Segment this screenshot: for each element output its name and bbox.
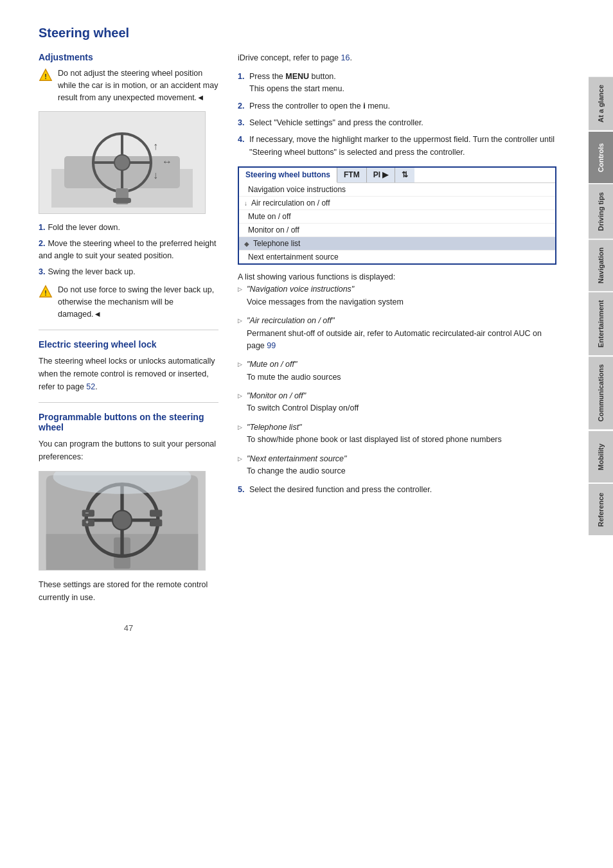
menu-item-telephone[interactable]: ◆ Telephone list xyxy=(239,237,555,251)
svg-text:↑: ↑ xyxy=(153,141,158,152)
steering-image-1: ↑ ↓ ↔ xyxy=(39,111,206,214)
divider-1 xyxy=(39,330,218,330)
func-next-entertainment: "Next entertainment source" To change th… xyxy=(238,453,556,478)
right-step-4: 4. If necessary, move the highlight mark… xyxy=(238,134,556,159)
right-step-2: 2. Press the controller to open the i me… xyxy=(238,100,556,112)
warning-text-1: Do not adjust the steering wheel positio… xyxy=(58,67,218,103)
electric-lock-ref[interactable]: 52 xyxy=(86,382,95,391)
tab-driving-tips[interactable]: Driving tips xyxy=(589,184,613,239)
tab-controls[interactable]: Controls xyxy=(589,132,613,183)
svg-text:–: – xyxy=(85,509,89,516)
svg-point-5 xyxy=(114,155,130,170)
programmable-title: Programmable buttons on the steering whe… xyxy=(39,412,218,432)
menu-item-nav-voice[interactable]: Navigation voice instructions xyxy=(239,183,555,197)
right-step-3: 3. Select "Vehicle settings" and press t… xyxy=(238,117,556,129)
right-step-5: 5. Select the desired function and press… xyxy=(238,484,556,496)
menu-items-list: Navigation voice instructions ↓ Air reci… xyxy=(239,183,555,263)
functions-list: "Navigation voice instructions" Voice me… xyxy=(238,283,556,477)
func-nav-voice: "Navigation voice instructions" Voice me… xyxy=(238,283,556,308)
warning-text-2: Do not use force to swing the lever back… xyxy=(58,284,218,320)
svg-text:+: + xyxy=(85,519,89,526)
main-content: Steering wheel Adjustments ! Do not adju… xyxy=(0,0,589,868)
electric-lock-text: The steering wheel locks or unlocks auto… xyxy=(39,355,218,393)
menu-tab-steering[interactable]: Steering wheel buttons xyxy=(239,168,337,183)
menu-tab-pi[interactable]: PI ▶ xyxy=(367,168,396,182)
func-air-recirc: "Air recirculation on / off" Permanent s… xyxy=(238,315,556,352)
svg-text:!: ! xyxy=(44,73,47,80)
idrive-ref[interactable]: 16 xyxy=(341,53,350,62)
side-tab-bar: At a glance Controls Driving tips Naviga… xyxy=(589,0,613,868)
auc-ref[interactable]: 99 xyxy=(267,341,276,350)
svg-rect-29 xyxy=(150,510,162,517)
menu-item-air-recirc[interactable]: ↓ Air recirculation on / off xyxy=(239,197,555,210)
func-telephone: "Telephone list" To show/hide phone book… xyxy=(238,421,556,447)
list-intro: A list showing various functions is disp… xyxy=(238,271,556,283)
svg-rect-14 xyxy=(113,198,131,203)
svg-text:↓: ↓ xyxy=(153,170,158,181)
menu-item-mute[interactable]: Mute on / off xyxy=(239,210,555,224)
menu-item-diamond-5: ◆ xyxy=(244,240,249,247)
right-steps: 1. Press the MENU button. This opens the… xyxy=(238,71,556,159)
tab-navigation[interactable]: Navigation xyxy=(589,240,613,291)
steering-wheel-illustration-2: – + xyxy=(39,471,205,571)
right-steps-2: 5. Select the desired function and press… xyxy=(238,484,556,496)
svg-text:!: ! xyxy=(44,289,47,297)
page-number: 47 xyxy=(39,623,218,633)
left-column: Adjustments ! Do not adjust the steering… xyxy=(39,52,218,633)
warning-icon-2: ! xyxy=(39,285,53,299)
menu-tab-ftm[interactable]: FTM xyxy=(337,168,367,182)
divider-2 xyxy=(39,402,218,403)
tab-reference[interactable]: Reference xyxy=(589,484,613,535)
right-column: iDrive concept, refer to page 16. 1. Pre… xyxy=(238,52,556,633)
page-title: Steering wheel xyxy=(39,26,556,40)
right-intro: iDrive concept, refer to page 16. xyxy=(238,52,556,64)
tab-at-a-glance[interactable]: At a glance xyxy=(589,77,613,130)
step-1: 1.Fold the lever down. xyxy=(39,222,218,234)
step-3: 3.Swing the lever back up. xyxy=(39,266,218,278)
programmable-footer: These settings are stored for the remote… xyxy=(39,578,218,604)
step-2: 2.Move the steering wheel to the preferr… xyxy=(39,238,218,262)
tab-mobility[interactable]: Mobility xyxy=(589,431,613,483)
adjustments-title: Adjustments xyxy=(39,52,218,62)
warning-icon-1: ! xyxy=(39,68,53,82)
menu-widget: Steering wheel buttons FTM PI ▶ ⇅ Naviga… xyxy=(238,166,556,265)
svg-point-22 xyxy=(112,511,132,530)
steering-image-2: – + xyxy=(39,471,206,571)
steering-wheel-illustration-1: ↑ ↓ ↔ xyxy=(51,118,193,208)
menu-item-monitor[interactable]: Monitor on / off xyxy=(239,224,555,237)
electric-lock-title: Electric steering wheel lock xyxy=(39,339,218,350)
func-monitor: "Monitor on / off" To switch Control Dis… xyxy=(238,390,556,415)
tab-entertainment[interactable]: Entertainment xyxy=(589,292,613,355)
func-mute: "Mute on / off" To mute the audio source… xyxy=(238,359,556,384)
right-step-1: 1. Press the MENU button. This opens the… xyxy=(238,71,556,96)
warning-box-1: ! Do not adjust the steering wheel posit… xyxy=(39,67,218,103)
programmable-intro: You can program the buttons to suit your… xyxy=(39,438,218,463)
warning-box-2: ! Do not use force to swing the lever ba… xyxy=(39,284,218,320)
menu-item-next-entertainment[interactable]: Next entertainment source xyxy=(239,251,555,263)
menu-tab-icon[interactable]: ⇅ xyxy=(395,168,414,182)
svg-text:↔: ↔ xyxy=(162,156,172,167)
tab-communications[interactable]: Communications xyxy=(589,357,613,429)
menu-header: Steering wheel buttons FTM PI ▶ ⇅ xyxy=(239,168,555,183)
menu-item-arrow-2: ↓ xyxy=(244,200,247,207)
adjustments-steps: 1.Fold the lever down. 2.Move the steeri… xyxy=(39,222,218,278)
svg-rect-30 xyxy=(150,520,162,527)
